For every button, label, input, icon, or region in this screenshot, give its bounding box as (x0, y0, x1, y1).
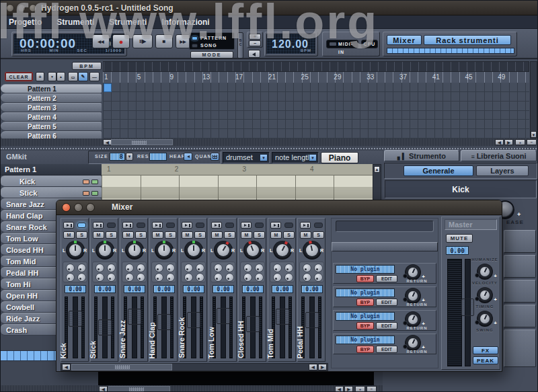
channel-volume-fader[interactable] (157, 314, 171, 330)
window-maximize-icon[interactable] (29, 4, 37, 12)
fx-bypass-button[interactable]: BYP (356, 299, 374, 306)
fx-send-knob-1[interactable] (273, 264, 282, 272)
pan-knob[interactable] (214, 241, 233, 260)
mixer-titlebar[interactable]: Mixer (56, 200, 502, 215)
fx-send-knob-3[interactable] (273, 273, 282, 282)
instrument-row[interactable]: Stick (1, 187, 102, 198)
add-pattern-button[interactable]: + (36, 72, 44, 81)
pattern-row[interactable]: Pattern 3 (1, 103, 102, 112)
fx-send-knob-1[interactable] (184, 264, 193, 272)
play-pause-button[interactable]: ‖▶ (132, 34, 153, 48)
hear-notes-button[interactable] (184, 153, 192, 161)
song-vertical-scrollbar[interactable]: ▼ (530, 61, 537, 139)
fx-send-knob-3[interactable] (125, 273, 134, 282)
fx-send-knob-4[interactable] (284, 273, 293, 282)
trigger-play-button[interactable] (300, 222, 311, 229)
instrument-mute-led[interactable] (83, 191, 89, 196)
trigger-play-button[interactable] (270, 222, 281, 229)
fx-send-knob-2[interactable] (166, 264, 175, 272)
trigger-play-button[interactable] (152, 222, 163, 229)
zoom-out-button[interactable]: − (527, 139, 537, 145)
fx-send-knob-2[interactable] (225, 264, 234, 272)
tab-layers[interactable]: Layers (476, 165, 529, 176)
timeline-tag-strip[interactable] (103, 61, 529, 72)
instrument-solo-led[interactable] (91, 180, 98, 184)
song-horizontal-scrollbar[interactable]: ◀ ◀ ▶ + − (1, 139, 538, 146)
pan-knob[interactable] (243, 241, 262, 260)
delete-mode-button[interactable]: — (89, 72, 100, 81)
mixer-toggle-button[interactable]: Mixer (387, 35, 422, 45)
mode-button[interactable]: MODE (190, 51, 233, 58)
fx-edit-button[interactable]: EDIT (376, 299, 397, 306)
fx-return-knob[interactable] (405, 311, 421, 327)
channel-volume-fader[interactable] (128, 309, 141, 325)
fx-edit-button[interactable]: EDIT (376, 322, 397, 329)
peak-button[interactable]: PEAK (473, 356, 498, 364)
select-mode-button[interactable]: ▭ (68, 72, 78, 81)
zoom-in-button[interactable]: + (515, 139, 525, 145)
fx-send-knob-1[interactable] (66, 264, 75, 272)
menu-item[interactable]: Informazioni (159, 17, 212, 28)
piano-toggle-button[interactable]: Piano (321, 152, 358, 163)
channel-solo-button[interactable]: S (106, 231, 117, 239)
channel-solo-button[interactable]: S (313, 231, 324, 239)
channel-mute-button[interactable]: M (300, 231, 311, 239)
pattern-row[interactable]: Pattern 5 (1, 122, 102, 131)
trigger-play-button[interactable] (211, 222, 222, 229)
fx-send-knob-4[interactable] (255, 273, 264, 282)
fx-edit-button[interactable]: EDIT (376, 275, 397, 282)
pattern-row[interactable]: Pattern 1 (1, 84, 102, 93)
note-length-dropdown[interactable]: note length▼ (272, 152, 319, 163)
note-grid-row-kick[interactable] (102, 175, 373, 187)
clear-button[interactable]: CLEAR (5, 72, 33, 81)
fx-bypass-button[interactable]: BYP (356, 275, 374, 282)
channel-volume-fader[interactable] (187, 312, 200, 328)
scrollbar-handle[interactable] (71, 364, 172, 370)
channel-volume-fader[interactable] (305, 312, 319, 328)
channel-mute-button[interactable]: M (270, 231, 282, 239)
fx-send-knob-1[interactable] (95, 264, 104, 272)
beat-counter-strip[interactable]: B C (237, 32, 243, 58)
channel-volume-fader[interactable] (276, 309, 289, 325)
song-grid[interactable] (103, 83, 529, 139)
fx-bypass-button[interactable]: BYP (356, 346, 374, 353)
channel-mute-button[interactable]: M (93, 231, 104, 239)
move-down-button[interactable]: ▼ (48, 72, 56, 81)
fx-send-knob-2[interactable] (77, 264, 86, 272)
trigger-play-button[interactable] (241, 222, 252, 229)
fx-send-knob-2[interactable] (196, 264, 204, 272)
move-up-button[interactable]: ▲ (56, 72, 65, 81)
rewind-button[interactable]: ◀◀ (92, 34, 110, 48)
pattern-ruler[interactable]: 1234 (102, 164, 373, 175)
instrument-mute-led[interactable] (83, 180, 89, 184)
humanize-timing-knob[interactable] (477, 287, 493, 303)
fx-panel-button[interactable]: FX (473, 346, 498, 354)
channel-mute-button[interactable]: M (182, 231, 193, 239)
song-grid-active-cell[interactable] (104, 83, 112, 92)
channel-mute-button[interactable]: M (152, 231, 163, 239)
menu-item[interactable]: Strumenti (106, 17, 149, 28)
fx-send-knob-2[interactable] (284, 264, 293, 272)
fx-send-knob-2[interactable] (137, 264, 145, 272)
forward-button[interactable]: ▶▶ (176, 34, 190, 48)
channel-solo-button[interactable]: S (224, 231, 235, 239)
metronome-button[interactable] (248, 50, 260, 58)
fx-bypass-button[interactable]: BYP (356, 322, 374, 329)
trigger-play-button[interactable] (93, 222, 104, 229)
fx-send-knob-3[interactable] (303, 273, 311, 282)
menu-item[interactable]: Progetto (6, 17, 44, 28)
channel-volume-fader[interactable] (246, 316, 260, 332)
scroll-left-button[interactable]: ◀ (309, 364, 317, 370)
window-minimize-icon[interactable] (17, 4, 26, 12)
channel-solo-button[interactable]: S (283, 231, 295, 239)
window-close-icon[interactable] (6, 4, 14, 12)
pattern-row[interactable]: Pattern 2 (1, 93, 102, 103)
trigger-play-button[interactable] (63, 222, 74, 229)
channel-solo-button[interactable]: S (194, 231, 206, 239)
channel-solo-button[interactable]: S (76, 231, 87, 239)
pattern-mode-label[interactable]: PATTERN (200, 36, 227, 40)
humanize-velocity-knob[interactable] (477, 264, 493, 280)
pan-knob[interactable] (95, 241, 114, 260)
instrument-solo-led[interactable] (91, 191, 98, 196)
fx-return-knob[interactable] (405, 288, 421, 304)
